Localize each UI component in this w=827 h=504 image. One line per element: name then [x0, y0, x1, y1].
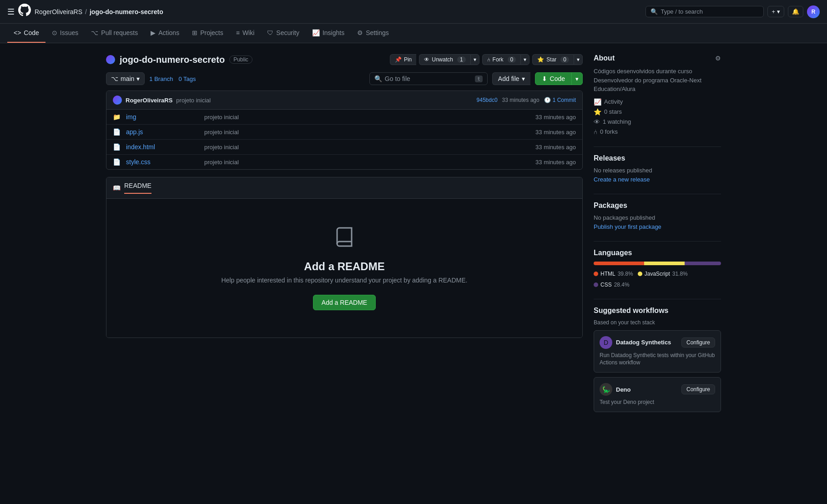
add-readme-button[interactable]: Add a README — [313, 295, 376, 310]
add-file-button[interactable]: Add file ▾ — [492, 72, 530, 85]
nav-label-settings: Settings — [366, 29, 389, 36]
stat-stars: ⭐ 0 stars — [594, 108, 721, 116]
releases-section: Releases No releases published Create a … — [594, 154, 721, 183]
avatar[interactable]: R — [807, 5, 820, 18]
lang-label-html: HTML — [600, 271, 615, 277]
watch-button-group: 👁 Unwatch 1 ▾ — [419, 54, 479, 65]
avatar-initials: R — [812, 9, 816, 15]
nav-item-code[interactable]: <> Code — [7, 24, 45, 43]
pin-button-group: 📌 Pin — [390, 54, 416, 65]
file-icon-stylecss: 📄 — [113, 158, 121, 166]
workflow-card-datadog: D Datadog Synthetics Configure Run Datad… — [594, 330, 721, 373]
deno-icon-text: 🦕 — [602, 386, 610, 393]
nav-item-issues[interactable]: ⊙ Issues — [45, 24, 85, 43]
star-button-group: ⭐ Star 0 ▾ — [532, 54, 583, 65]
pin-button[interactable]: 📌 Pin — [390, 54, 416, 65]
branch-selector[interactable]: ⌥ main ▾ — [106, 72, 145, 85]
commit-count: 1 Commit — [553, 97, 576, 103]
file-row: 📄 style.css projeto inicial 33 minutes a… — [106, 155, 582, 169]
nav-item-projects[interactable]: ⊞ Projects — [186, 24, 230, 43]
file-commit-msg-stylecss: projeto inicial — [204, 159, 525, 166]
commit-time: 33 minutes ago — [502, 97, 540, 103]
readme-book-icon: 📖 — [113, 184, 121, 192]
languages-header: Languages — [594, 249, 721, 257]
suggested-workflows-section: Suggested workflows Based on your tech s… — [594, 307, 721, 412]
plus-label: + — [772, 8, 775, 15]
branches-link[interactable]: 1 Branch — [149, 76, 173, 82]
nav-item-actions[interactable]: ▶ Actions — [144, 24, 186, 43]
commit-hash[interactable]: 945bdc0 — [477, 97, 498, 103]
file-name-appjs[interactable]: app.js — [126, 128, 199, 136]
nav-item-insights[interactable]: 📈 Insights — [306, 24, 351, 43]
about-gear-icon[interactable]: ⚙ — [715, 55, 721, 62]
file-name-indexhtml[interactable]: index.html — [126, 143, 199, 151]
readme-header: 📖 README — [106, 177, 582, 199]
activity-icon: 📈 — [594, 98, 601, 106]
search-bar[interactable]: 🔍 Type / to search — [645, 6, 764, 17]
repo-header: jogo-do-numero-secreto Public 📌 Pin 👁 Un… — [106, 54, 583, 65]
code-button-caret[interactable]: ▾ — [572, 73, 582, 85]
fork-caret[interactable]: ▾ — [520, 54, 529, 65]
nav-item-wiki[interactable]: ≡ Wiki — [230, 24, 261, 43]
notification-button[interactable]: 🔔 — [788, 6, 803, 17]
publish-package-link[interactable]: Publish your first package — [594, 223, 661, 230]
star-count: 0 — [560, 56, 569, 63]
configure-button-datadog[interactable]: Configure — [681, 338, 715, 348]
lang-item-js: JavaScript 31.8% — [638, 271, 688, 277]
forks-icon: ⑃ — [594, 128, 597, 136]
star-icon: ⭐ — [537, 56, 544, 63]
workflows-header: Suggested workflows — [594, 307, 721, 315]
workflow-card-header-deno: 🦕 Deno Configure — [600, 383, 715, 396]
folder-icon: 📁 — [113, 113, 121, 121]
star-button[interactable]: ⭐ Star 0 — [532, 54, 574, 65]
watch-count: 1 — [457, 56, 466, 63]
file-name-img[interactable]: img — [126, 113, 199, 121]
divider-4 — [594, 299, 721, 299]
star-label: Star — [546, 56, 556, 63]
releases-header: Releases — [594, 154, 721, 162]
go-to-file-input[interactable]: 🔍 Go to file t — [369, 72, 488, 85]
add-file-group: Add file ▾ — [492, 72, 530, 85]
fork-button[interactable]: ⑃ Fork 0 — [482, 54, 521, 65]
plus-button[interactable]: + ▾ — [767, 6, 784, 17]
breadcrumb-username[interactable]: RogerOliveiraRS — [35, 8, 82, 15]
languages-title: Languages — [594, 249, 632, 257]
commit-count-link[interactable]: 🕐 1 Commit — [544, 97, 576, 103]
go-to-file-shortcut: t — [475, 76, 483, 82]
stars-icon: ⭐ — [594, 108, 601, 116]
file-name-stylecss[interactable]: style.css — [126, 158, 199, 166]
watch-caret[interactable]: ▾ — [470, 54, 479, 65]
actions-icon: ▶ — [151, 29, 156, 36]
about-section: About ⚙ Códigos desenvolvidos durante cu… — [594, 54, 721, 136]
nav-label-security: Security — [276, 29, 299, 36]
code-button[interactable]: ⬇ Code — [535, 73, 572, 85]
lang-item-html: HTML 39.8% — [594, 271, 633, 277]
hamburger-icon[interactable]: ☰ — [7, 7, 15, 17]
about-description: Códigos desenvolvidos durante curso Dese… — [594, 67, 721, 94]
branch-caret-icon: ▾ — [136, 75, 140, 82]
fork-button-group: ⑃ Fork 0 ▾ — [482, 54, 530, 65]
stat-watching: 👁 1 watching — [594, 118, 721, 126]
pr-icon: ⌥ — [91, 29, 98, 36]
fork-label: Fork — [493, 56, 504, 63]
github-logo[interactable] — [18, 4, 31, 20]
watch-button[interactable]: 👁 Unwatch 1 — [419, 54, 470, 65]
nav-item-security[interactable]: 🛡 Security — [261, 24, 306, 43]
forks-label: 0 forks — [600, 128, 618, 135]
nav-item-pull-requests[interactable]: ⌥ Pull requests — [85, 24, 144, 43]
readme-add-title: Add a README — [304, 260, 384, 273]
workflow-name-deno: Deno — [616, 386, 631, 393]
stat-activity: 📈 Activity — [594, 98, 721, 106]
search-placeholder: Type / to search — [661, 8, 703, 15]
configure-button-deno[interactable]: Configure — [681, 384, 715, 394]
repo-avatar — [106, 55, 115, 64]
create-release-link[interactable]: Create a new release — [594, 176, 650, 183]
lang-item-css: CSS 28.4% — [594, 282, 630, 288]
star-caret[interactable]: ▾ — [574, 54, 583, 65]
file-icon-appjs: 📄 — [113, 128, 121, 136]
workflow-name-datadog: Datadog Synthetics — [616, 339, 671, 346]
tags-link[interactable]: 0 Tags — [178, 76, 196, 82]
breadcrumb-repo: jogo-do-numero-secreto — [90, 8, 163, 15]
projects-icon: ⊞ — [192, 29, 197, 36]
nav-item-settings[interactable]: ⚙ Settings — [351, 24, 395, 43]
